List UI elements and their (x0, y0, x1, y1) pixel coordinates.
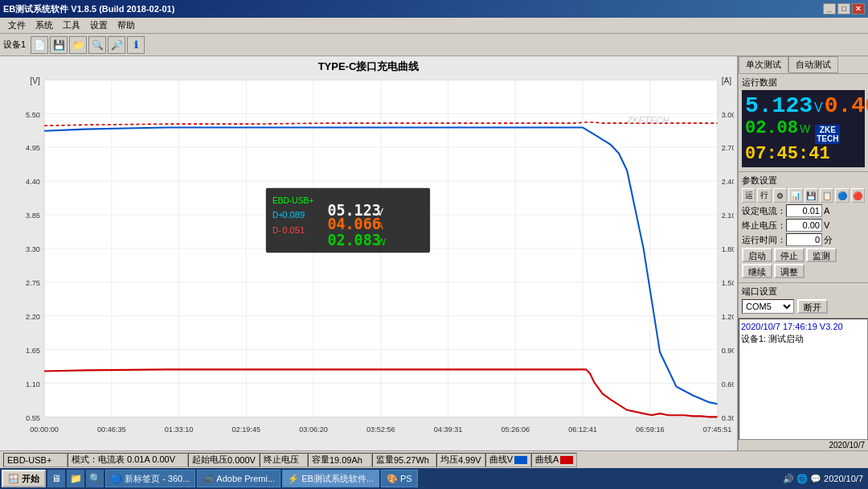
power-display: 02.08 (745, 118, 798, 138)
info-button[interactable]: ℹ (127, 36, 145, 54)
run-time-label: 运行时间： (742, 234, 786, 246)
current-display: 0.406 (825, 93, 868, 118)
log-area: 2020/10/7 17:46:19 V3.20 设备1: 测试启动 (739, 318, 868, 440)
svg-text:04:39:31: 04:39:31 (434, 424, 463, 433)
taskbar-item-browser[interactable]: 🔵 新标签页 - 360... (105, 470, 195, 487)
run-time-input[interactable] (786, 233, 822, 246)
search-button[interactable]: 🔍 (88, 36, 106, 54)
svg-text:03:06:20: 03:06:20 (299, 424, 328, 433)
chart-area: TYPE-C接口充电曲线 (0, 56, 738, 450)
menu-system[interactable]: 系统 (31, 18, 58, 32)
svg-text:06:59:16: 06:59:16 (636, 424, 665, 433)
tab-single-test[interactable]: 单次测试 (739, 56, 788, 73)
svg-text:2.10: 2.10 (722, 211, 734, 220)
log-line-1: 2020/10/7 17:46:19 V3.20 (741, 321, 866, 333)
taskbar-item-eb[interactable]: ⚡ EB测试系统软件... (282, 470, 379, 487)
menu-bar: 文件 系统 工具 设置 帮助 (0, 18, 868, 34)
browser-label: 新标签页 - 360... (125, 473, 190, 485)
svg-text:06:12:41: 06:12:41 (568, 424, 597, 433)
status-mode-value: 电流表 0.01A 0.00V (98, 454, 175, 466)
menu-tools[interactable]: 工具 (58, 18, 85, 32)
tray-icon-1[interactable]: 🔊 (783, 474, 794, 484)
tab-auto-test[interactable]: 自动测试 (788, 56, 838, 73)
status-end-voltage: 终止电压 (260, 453, 308, 467)
energy-value: 95.27Wh (394, 455, 429, 465)
svg-text:2.40: 2.40 (722, 177, 734, 186)
start-button-taskbar[interactable]: 🪟 开始 (2, 470, 46, 487)
icon-btn-2[interactable]: 行 (757, 188, 771, 203)
taskbar-icon-1[interactable]: 🖥 (47, 470, 65, 487)
tray-area: 🔊 🌐 💬 2020/10/7 (783, 474, 866, 484)
minimize-button[interactable]: _ (823, 3, 836, 14)
main-content: TYPE-C接口充电曲线 (0, 56, 868, 450)
avg-value: 4.99V (458, 455, 481, 465)
zoom-button[interactable]: 🔎 (108, 36, 125, 54)
run-time-unit: 分 (824, 234, 833, 246)
taskbar-item-ps[interactable]: 🎨 PS (381, 470, 418, 487)
port-select[interactable]: COM5 COM3 COM4 (742, 299, 794, 314)
monitor-button[interactable]: 监测 (806, 248, 837, 262)
action-buttons-row2: 继续 调整 (742, 264, 865, 278)
svg-text:1.50: 1.50 (722, 278, 734, 287)
time-row: 07:45:41 (745, 144, 862, 164)
menu-settings[interactable]: 设置 (85, 18, 113, 32)
set-current-input[interactable] (786, 204, 822, 217)
icon-btn-4[interactable]: 📊 (788, 188, 802, 203)
windows-icon: 🪟 (8, 474, 19, 483)
icon-btn-6[interactable]: 📋 (820, 188, 833, 203)
svg-text:07:45:51: 07:45:51 (703, 424, 732, 433)
taskbar-item-premiere[interactable]: 📹 Adobe Premi... (197, 470, 280, 487)
icon-btn-8[interactable]: 🔴 (851, 188, 865, 203)
window-controls: _ □ ✕ (823, 3, 865, 14)
continue-button[interactable]: 继续 (742, 264, 772, 278)
menu-help[interactable]: 帮助 (113, 18, 140, 32)
adjust-button[interactable]: 调整 (774, 264, 805, 278)
stop-voltage-label: 终止电压： (742, 220, 786, 232)
curve-v-label: 曲线V (489, 454, 513, 466)
run-data-section: 运行数据 5.123 V 0.406 A 02.08 W ZKETECH 07:… (739, 74, 868, 172)
port-section: 端口设置 COM5 COM3 COM4 断开 (739, 283, 868, 318)
tray-icon-2[interactable]: 🌐 (796, 474, 808, 484)
svg-text:3.30: 3.30 (26, 244, 40, 253)
premiere-label: Adobe Premi... (216, 474, 275, 483)
param-icons-row: 运 行 ⚙ 📊 💾 📋 🔵 🔴 (742, 188, 865, 203)
taskbar-icon-2[interactable]: 📁 (67, 470, 84, 487)
start-button[interactable]: 启动 (742, 248, 772, 262)
premiere-icon: 📹 (203, 474, 214, 484)
connect-button[interactable]: 断开 (797, 299, 828, 314)
eb-icon: ⚡ (288, 474, 299, 484)
new-button[interactable]: 📄 (31, 36, 48, 54)
tray-icon-3[interactable]: 💬 (810, 474, 821, 484)
svg-text:1.65: 1.65 (26, 346, 40, 355)
chart-svg-container: [V] 5.50 4.95 4.40 3.85 3.30 2.75 2.20 1… (3, 76, 734, 447)
svg-text:4.95: 4.95 (26, 143, 40, 152)
icon-btn-3[interactable]: ⚙ (773, 188, 787, 203)
stop-button[interactable]: 停止 (774, 248, 805, 262)
folder-button[interactable]: 📁 (69, 36, 87, 54)
taskbar-icon-3[interactable]: 🔍 (86, 470, 104, 487)
capacity-value: 19.09Ah (330, 455, 362, 465)
params-label: 参数设置 (742, 175, 865, 187)
voltage-current-row: 5.123 V 0.406 A (745, 93, 862, 118)
svg-text:1.80: 1.80 (722, 244, 734, 253)
svg-text:[A]: [A] (722, 76, 732, 84)
save-button[interactable]: 💾 (50, 36, 68, 54)
menu-file[interactable]: 文件 (3, 18, 31, 32)
close-button[interactable]: ✕ (852, 3, 865, 14)
icon-btn-1[interactable]: 运 (742, 188, 755, 203)
set-current-unit: A (824, 206, 829, 216)
avg-label: 均压 (440, 454, 458, 466)
action-buttons-row1: 启动 停止 监测 (742, 248, 865, 262)
svg-text:05:26:06: 05:26:06 (501, 424, 530, 433)
svg-text:00:00:00: 00:00:00 (30, 424, 59, 433)
curve-a-label: 曲线A (535, 454, 559, 466)
svg-text:3.85: 3.85 (26, 211, 40, 220)
maximize-button[interactable]: □ (837, 3, 850, 14)
status-avg: 均压 4.99V (436, 453, 485, 467)
stop-voltage-unit: V (824, 220, 829, 230)
icon-btn-5[interactable]: 💾 (805, 188, 818, 203)
svg-text:02:19:45: 02:19:45 (231, 424, 260, 433)
svg-text:3.00: 3.00 (722, 109, 734, 118)
icon-btn-7[interactable]: 🔵 (835, 188, 849, 203)
stop-voltage-input[interactable] (786, 219, 822, 232)
